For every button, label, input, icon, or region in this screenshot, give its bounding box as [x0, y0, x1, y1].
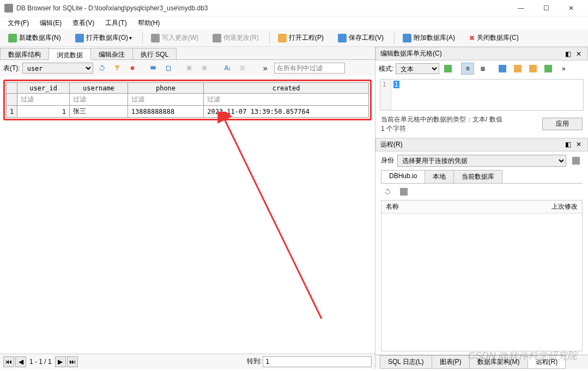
clear-filter-icon[interactable] — [111, 62, 124, 74]
remote-panel-title: 远程(R) — [380, 140, 403, 149]
save-filter-icon[interactable] — [126, 62, 139, 74]
bottom-tab-remote[interactable]: 远程(R) — [528, 355, 566, 369]
remote-dock-icon[interactable]: ◧ — [563, 140, 572, 149]
maximize-button[interactable]: ☐ — [534, 0, 559, 16]
nav-first[interactable]: ⏮ — [3, 356, 14, 367]
mode-label: 模式: — [379, 64, 393, 74]
remote-list[interactable]: 名称 上次修改 — [381, 200, 583, 351]
bottom-tab-plot[interactable]: 图表(P) — [432, 355, 470, 369]
col-rownum[interactable] — [7, 83, 17, 94]
tab-sql[interactable]: 执行 SQL — [132, 48, 177, 59]
cell-rownum[interactable]: 1 — [7, 106, 17, 118]
attach-db-button[interactable]: 附加数据库(A) — [397, 32, 461, 44]
goto-arrow[interactable]: » — [259, 62, 272, 74]
remote-clone-icon[interactable] — [397, 186, 410, 198]
new-db-icon — [8, 34, 17, 42]
col-created[interactable]: created — [204, 83, 369, 94]
import-icon[interactable] — [441, 63, 454, 75]
export-icon[interactable] — [236, 62, 249, 74]
app-icon — [4, 4, 13, 13]
open-proj-icon — [278, 34, 287, 42]
close-db-button[interactable]: ✖关闭数据库(C) — [463, 32, 525, 44]
filter-created[interactable]: 过滤 — [204, 94, 369, 106]
remote-refresh-icon[interactable] — [381, 186, 394, 198]
open-project-button[interactable]: 打开工程(P) — [272, 32, 330, 44]
null-icon[interactable] — [526, 63, 539, 75]
save-project-button[interactable]: 保存工程(V) — [332, 32, 390, 44]
write-changes-button[interactable]: 写入更改(W) — [145, 32, 204, 44]
export-file-icon[interactable] — [496, 63, 509, 75]
goto-input[interactable] — [263, 356, 372, 367]
cell-username[interactable]: 张三 — [70, 106, 128, 118]
bottom-tab-schema[interactable]: 数据库架构(M) — [469, 355, 528, 369]
cell-editor[interactable]: 1 1 — [380, 79, 584, 111]
cell-type-info: 当前在单元格中的数据的类型：文本/ 数值 — [381, 115, 542, 124]
menu-tools[interactable]: 工具(T) — [100, 17, 132, 29]
table-row[interactable]: 1 1 张三 13888888888 2023-11-07 13:39:50.8… — [7, 106, 369, 118]
mode-select[interactable]: 文本 — [396, 63, 439, 74]
line-number: 1 — [380, 80, 391, 110]
identity-select[interactable]: 选择要用于连接的凭据 — [397, 155, 566, 167]
new-db-button[interactable]: 新建数据库(N) — [2, 32, 67, 44]
clear-icon[interactable] — [542, 63, 555, 75]
text-right-icon[interactable]: ≣ — [476, 63, 489, 75]
svg-rect-5 — [240, 65, 245, 70]
menu-edit[interactable]: 编辑(E) — [34, 17, 67, 29]
cell-length-info: 1 个字符 — [381, 124, 542, 133]
tab-browse[interactable]: 浏览数据 — [49, 48, 91, 60]
tab-pragmas[interactable]: 编辑杂注 — [90, 48, 133, 59]
text-left-icon[interactable]: ≡ — [461, 63, 474, 75]
tab-structure[interactable]: 数据库结构 — [0, 48, 49, 59]
cell-phone[interactable]: 13888888888 — [128, 106, 203, 118]
filter-user-id[interactable]: 过滤 — [17, 94, 70, 106]
highlight-box: user_id username phone created 过滤 过滤 过滤 … — [3, 80, 372, 120]
filter-phone[interactable]: 过滤 — [128, 94, 203, 106]
write-icon — [151, 34, 160, 42]
remote-tab-local[interactable]: 本地 — [425, 170, 454, 183]
menu-file[interactable]: 文件(F) — [2, 17, 34, 29]
import-file-icon[interactable] — [511, 63, 524, 75]
remote-col-modified[interactable]: 上次修改 — [533, 200, 582, 213]
svg-rect-1 — [150, 66, 155, 70]
save-proj-icon — [338, 34, 347, 42]
table-label: 表(T): — [3, 64, 20, 73]
apply-button[interactable]: 应用 — [542, 118, 583, 130]
nav-next[interactable]: ▶ — [55, 356, 66, 367]
table-select[interactable]: user — [22, 63, 93, 74]
dock-icon[interactable]: ◧ — [563, 50, 572, 58]
font-icon[interactable]: Aᵢ — [221, 62, 234, 74]
filter-username[interactable]: 过滤 — [70, 94, 128, 106]
revert-changes-button[interactable]: 倒退更改(R) — [207, 32, 265, 44]
remote-tab-current[interactable]: 当前数据库 — [453, 170, 502, 183]
delete-row-icon[interactable] — [198, 62, 211, 74]
col-user-id[interactable]: user_id — [17, 83, 70, 94]
filter-all-input[interactable] — [274, 63, 345, 74]
nav-last[interactable]: ⏭ — [67, 356, 78, 367]
remote-close-icon[interactable]: ✕ — [574, 140, 583, 149]
remote-tab-dbhub[interactable]: DBHub.io — [381, 170, 425, 183]
close-panel-icon[interactable]: ✕ — [574, 50, 583, 58]
data-grid[interactable]: user_id username phone created 过滤 过滤 过滤 … — [6, 82, 369, 118]
print-icon[interactable] — [147, 62, 160, 74]
col-phone[interactable]: phone — [128, 83, 203, 94]
minimize-button[interactable]: — — [508, 0, 534, 16]
copy-icon[interactable] — [162, 62, 175, 74]
open-db-button[interactable]: 打开数据库(O) — [69, 32, 138, 44]
insert-row-icon[interactable] — [183, 62, 196, 74]
close-button[interactable]: ✕ — [559, 0, 584, 16]
menu-help[interactable]: 帮助(H) — [132, 17, 166, 29]
menu-view[interactable]: 查看(V) — [67, 17, 100, 29]
window-title: DB Browser for SQLite - D:\tool\xiang\py… — [16, 4, 508, 12]
cell-user-id[interactable]: 1 — [17, 106, 70, 118]
nav-prev[interactable]: ◀ — [15, 356, 26, 367]
cell-value[interactable]: 1 — [393, 81, 399, 88]
main-toolbar: 新建数据库(N) 打开数据库(O) 写入更改(W) 倒退更改(R) 打开工程(P… — [0, 29, 588, 47]
col-username[interactable]: username — [70, 83, 128, 94]
pager: ⏮ ◀ 1 - 1 / 1 ▶ ⏭ 转到: — [0, 354, 375, 369]
remote-col-name[interactable]: 名称 — [381, 200, 533, 213]
refresh-icon[interactable] — [95, 62, 108, 74]
more-icon[interactable]: » — [557, 63, 570, 75]
bottom-tab-sql-log[interactable]: SQL 日志(L) — [380, 355, 432, 369]
identity-settings-icon[interactable] — [569, 155, 583, 167]
cell-created[interactable]: 2023-11-07 13:39:50.857764 — [204, 106, 369, 118]
